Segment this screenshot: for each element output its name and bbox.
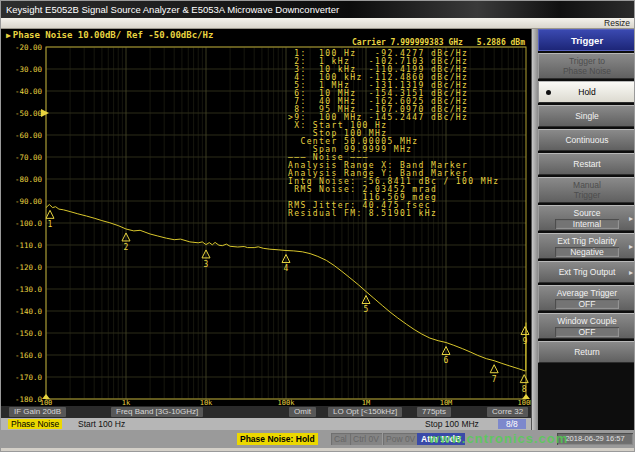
pow-status: Pow 0V xyxy=(383,433,418,445)
svg-text:-20.00: -20.00 xyxy=(15,43,43,52)
softkey-manual-trigger: Manual Trigger xyxy=(538,177,635,203)
lo-opt-status: LO Opt [<150kHz] xyxy=(328,407,402,417)
watermark-text: www.cntronics.com xyxy=(429,431,634,446)
status-row-measurement: IF Gain 20dB Freq Band [3G-10GHz] Omit L… xyxy=(1,406,538,418)
svg-text:-60.00: -60.00 xyxy=(15,131,43,140)
screen-menu-splitter xyxy=(531,29,538,430)
softkey-label: Hold xyxy=(578,87,595,97)
cal-status: Cal xyxy=(331,433,350,445)
window-bottom-edge xyxy=(1,448,635,452)
sweep-start-label: Start 100 Hz xyxy=(78,419,125,429)
svg-text:9: 9 xyxy=(523,337,528,346)
svg-text:-150.0: -150.0 xyxy=(15,329,43,338)
window-menubar: Resize xyxy=(1,18,635,29)
svg-text:-110.0: -110.0 xyxy=(15,241,43,250)
status-row-sweep: Phase Noise Start 100 Hz Stop 100 MHz 8/… xyxy=(1,418,538,430)
svg-text:100M: 100M xyxy=(518,399,531,406)
softkey-trigger-to-phase-noise: Trigger to Phase Noise xyxy=(538,53,635,79)
svg-text:-80.00: -80.00 xyxy=(15,175,43,184)
page-indicator: 8/8 xyxy=(498,419,526,429)
marker-readout-table: 1: 100 Hz -92.4277 dBc/Hz 2: 1 kHz -102.… xyxy=(288,50,499,218)
softkey-hold[interactable]: Hold xyxy=(538,81,635,103)
selected-bullet-icon xyxy=(546,90,551,95)
window-title: Keysight E5052B Signal Source Analyzer &… xyxy=(6,4,339,15)
svg-text:3: 3 xyxy=(204,260,209,269)
softkey-menu-title: Trigger xyxy=(538,29,635,51)
instrument-display: ▶Phase Noise 10.00dB/ Ref -50.00dBc/Hz C… xyxy=(1,29,531,430)
points-status: 775pts xyxy=(417,407,451,417)
softkey-label: Phase Noise xyxy=(563,66,611,76)
svg-text:-170.0: -170.0 xyxy=(15,373,43,382)
softkey-value: OFF xyxy=(555,299,619,309)
svg-text:-70.00: -70.00 xyxy=(15,153,43,162)
softkey-label: Trigger to xyxy=(569,56,605,66)
sweep-stop-label: Stop 100 MHz xyxy=(425,419,479,429)
softkey-label: Single xyxy=(575,111,599,121)
svg-text:7: 7 xyxy=(492,375,497,384)
resize-menu-item[interactable]: Resize xyxy=(604,18,630,28)
svg-text:-40.00: -40.00 xyxy=(15,87,43,96)
svg-text:100k: 100k xyxy=(278,399,296,406)
svg-text:8: 8 xyxy=(522,385,527,394)
softkey-source[interactable]: Source Internal xyxy=(538,205,635,231)
svg-text:1M: 1M xyxy=(362,399,370,406)
softkey-menu: Trigger Trigger to Phase Noise Hold Sing… xyxy=(538,29,635,430)
svg-text:6: 6 xyxy=(444,356,449,365)
window-titlebar: Keysight E5052B Signal Source Analyzer &… xyxy=(1,1,635,18)
svg-text:2: 2 xyxy=(124,243,129,252)
softkey-label: Ext Trig Polarity xyxy=(557,236,617,246)
svg-text:-50.00: -50.00 xyxy=(15,109,43,118)
softkey-label: Window Couple xyxy=(557,316,617,326)
softkey-label: Manual xyxy=(573,180,601,190)
svg-text:-160.0: -160.0 xyxy=(15,351,43,360)
correlation-status: Corre 32 xyxy=(487,407,528,417)
svg-text:10M: 10M xyxy=(440,399,453,406)
svg-text:10k: 10k xyxy=(200,399,213,406)
svg-text:-120.0: -120.0 xyxy=(15,263,43,272)
softkey-restart[interactable]: Restart xyxy=(538,153,635,175)
softkey-ext-trig-output[interactable]: Ext Trig Output xyxy=(538,261,635,283)
softkey-average-trigger[interactable]: Average Trigger OFF xyxy=(538,285,635,311)
svg-text:5: 5 xyxy=(364,305,369,314)
svg-text:-30.00: -30.00 xyxy=(15,65,43,74)
softkey-label: Restart xyxy=(573,159,600,169)
svg-text:1: 1 xyxy=(48,220,53,229)
softkey-label: Ext Trig Output xyxy=(559,267,616,277)
softkey-value: Internal xyxy=(555,219,619,229)
ctrl-status: Ctrl 0V xyxy=(350,433,382,445)
softkey-window-couple[interactable]: Window Couple OFF xyxy=(538,313,635,339)
svg-text:-140.0: -140.0 xyxy=(15,307,43,316)
svg-text:-180.0: -180.0 xyxy=(15,395,43,404)
softkey-value: Negative xyxy=(555,247,619,257)
if-gain-status: IF Gain 20dB xyxy=(9,407,66,417)
softkey-value: OFF xyxy=(555,327,619,337)
svg-text:100: 100 xyxy=(40,399,53,406)
softkey-label: Source xyxy=(574,208,601,218)
trigger-state-chip: Phase Noise: Hold xyxy=(237,433,318,445)
softkey-label: Trigger xyxy=(574,190,601,200)
svg-text:-100.0: -100.0 xyxy=(15,219,43,228)
softkey-continuous[interactable]: Continuous xyxy=(538,129,635,151)
softkey-ext-trig-polarity[interactable]: Ext Trig Polarity Negative xyxy=(538,233,635,259)
app-window: Keysight E5052B Signal Source Analyzer &… xyxy=(0,0,635,452)
softkey-label: Continuous xyxy=(565,135,608,145)
omit-status: Omit xyxy=(289,407,316,417)
softkey-label: Average Trigger xyxy=(557,288,617,298)
softkey-return[interactable]: Return xyxy=(538,341,635,363)
measurement-tab-chip[interactable]: Phase Noise xyxy=(8,419,62,429)
svg-text:4: 4 xyxy=(284,264,289,273)
svg-text:-130.0: -130.0 xyxy=(15,285,43,294)
freq-band-status: Freq Band [3G-10GHz] xyxy=(111,407,203,417)
softkey-single[interactable]: Single xyxy=(538,105,635,127)
status-row-instrument: Phase Noise: Hold Cal Ctrl 0V Pow 0V Att… xyxy=(1,430,635,448)
svg-text:-90.00: -90.00 xyxy=(15,197,43,206)
softkey-label: Return xyxy=(574,347,600,357)
svg-text:1k: 1k xyxy=(122,399,131,406)
